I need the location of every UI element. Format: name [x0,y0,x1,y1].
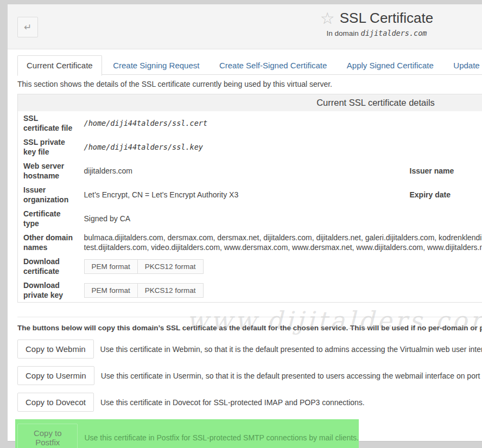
copy-to-usermin-row: Copy to Usermin Use this certificate in … [17,366,482,385]
content-panel: ↵ ☆ SSL Certificate In domain dijitalder… [8,4,482,441]
domain-name: dijitalders.com [361,29,427,37]
copy-to-dovecot-description: Use this certificate in Dovecot for SSL-… [100,398,365,407]
table-row: Other domain names bulmaca.dijitalders.c… [18,231,482,254]
issuer-organization-value: Let’s Encrypt, CN = Let’s Encrypt Author… [79,183,404,207]
tab-current-certificate[interactable]: Current Certificate [17,55,102,76]
row-label: Certificate type [18,207,79,231]
domain-subtitle: In domain dijitalders.com [246,29,482,37]
copy-to-usermin-description: Use this certificate in Usermin, so that… [101,372,482,380]
copy-to-dovecot-row: Copy to Dovecot Use this certificate in … [17,393,482,412]
copy-to-webmin-row: Copy to Webmin Use this certificate in W… [17,340,482,359]
subtitle-prefix: In domain [327,29,359,37]
title-block: ☆ SSL Certificate In domain dijitalders.… [246,10,482,37]
pem-format-button[interactable]: PEM format [84,283,138,298]
copy-section-description: The buttons below will copy this domain’… [17,324,482,332]
table-row: SSL certificate file /home/diji44talders… [18,111,482,135]
table-title: Current SSL certificate details [18,94,482,112]
issuer-name-label: Issuer name [404,159,482,183]
copy-to-dovecot-button[interactable]: Copy to Dovecot [17,393,94,412]
row-label: Other domain names [18,231,79,254]
star-icon[interactable]: ☆ [320,10,335,27]
copy-to-webmin-description: Use this certificate in Webmin, so that … [100,345,482,354]
certificate-type-value: Signed by CA [79,207,482,231]
pkcs12-format-button[interactable]: PKCS12 format [138,259,204,274]
tab-apply-signed-certificate[interactable]: Apply Signed Certificate [338,56,442,75]
copy-to-postfix-description: Use this certificate in Postfix for SSL-… [84,433,359,442]
section-divider [17,317,482,317]
return-arrow-icon: ↵ [24,22,31,33]
table-header-row: Current SSL certificate details [18,94,482,112]
section-description: This section shows the details of the SS… [17,80,482,88]
row-label: Download certificate [18,254,79,278]
tab-update-certificate-and-key[interactable]: Update Certificate and Key [445,56,482,75]
table-row: Certificate type Signed by CA [18,207,482,231]
row-label: SSL private key file [18,135,79,159]
certificate-details-table: Current SSL certificate details SSL cert… [17,94,482,303]
download-private-key-buttons: PEM format PKCS12 format [84,283,204,298]
copy-to-usermin-button[interactable]: Copy to Usermin [17,366,94,385]
web-server-hostname-value: dijitalders.com [79,159,404,183]
tab-bar: Current Certificate Create Signing Reque… [17,55,482,75]
table-row: Download certificate PEM format PKCS12 f… [18,254,482,278]
expiry-date-label: Expiry date [404,183,482,207]
copy-to-webmin-button[interactable]: Copy to Webmin [17,340,94,359]
table-row: SSL private key file /home/diji44talders… [18,135,482,159]
row-label: Issuer organization [18,183,79,207]
download-certificate-buttons: PEM format PKCS12 format [84,259,204,274]
other-domain-names-value: bulmaca.dijitalders.com, dersmax.com, de… [79,231,482,254]
copy-to-postfix-row: Copy to Postfix Use this certificate in … [15,419,359,448]
tab-create-signing-request[interactable]: Create Signing Request [104,56,208,75]
tab-create-self-signed-certificate[interactable]: Create Self-Signed Certificate [211,56,335,75]
back-button[interactable]: ↵ [17,17,38,37]
row-label: Download private key [18,278,79,303]
table-row: Download private key PEM format PKCS12 f… [18,278,482,303]
copy-to-postfix-button[interactable]: Copy to Postfix [17,424,78,448]
pem-format-button[interactable]: PEM format [84,259,138,274]
pkcs12-format-button[interactable]: PKCS12 format [138,283,204,298]
ssl-key-file-value: /home/diji44talders/ssl.key [84,143,203,151]
table-row: Web server hostname dijitalders.com Issu… [18,159,482,183]
page-title: SSL Certificate [340,10,433,27]
row-label: SSL certificate file [18,111,79,135]
table-row: Issuer organization Let’s Encrypt, CN = … [18,183,482,207]
row-label: Web server hostname [18,159,79,183]
page-header: ↵ ☆ SSL Certificate In domain dijitalder… [8,4,482,49]
ssl-cert-file-value: /home/diji44talders/ssl.cert [84,119,208,127]
